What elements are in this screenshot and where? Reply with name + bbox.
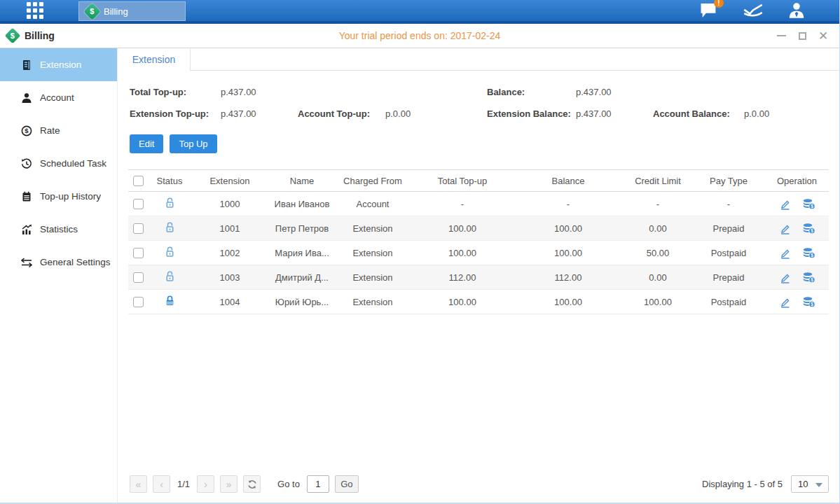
history-clock-icon (21, 158, 32, 169)
sidebar-item-label: Extension (40, 59, 81, 70)
svg-text:$: $ (811, 253, 813, 258)
cell-total-topup: 100.00 (410, 223, 515, 234)
topup-coins-icon[interactable]: $ (802, 247, 815, 259)
cell-extension: 1003 (191, 272, 268, 283)
row-checkbox[interactable] (133, 223, 144, 234)
topup-coins-icon[interactable]: $ (802, 272, 815, 284)
sidebar-item-topup-history[interactable]: Top-up History (0, 180, 117, 213)
total-topup-value: p.437.00 (221, 87, 487, 97)
lock-closed-icon (164, 295, 176, 307)
cell-total-topup: 100.00 (410, 248, 515, 258)
chat-icon[interactable]: ! (699, 2, 719, 19)
topup-coins-icon[interactable]: $ (802, 198, 815, 210)
cell-pay-type: Prepaid (694, 223, 763, 234)
cell-name: Дмитрий Д... (268, 272, 336, 283)
table-header: Status Extension Name Charged From Total… (128, 169, 829, 192)
user-icon[interactable] (787, 2, 806, 19)
balance-label: Balance: (487, 87, 576, 97)
close-button[interactable]: ✕ (818, 31, 828, 41)
col-name: Name (268, 176, 336, 186)
cell-charged-from: Extension (336, 297, 410, 307)
edit-pencil-icon[interactable] (779, 272, 791, 284)
cell-name: Петр Петров (268, 223, 336, 234)
taskbar-tab-label: Billing (104, 6, 128, 17)
lock-open-icon (164, 221, 176, 233)
table-row[interactable]: 1000 Иван Иванов Account - - - - $ (128, 192, 829, 216)
cell-balance: - (515, 199, 621, 209)
prev-page-button[interactable]: ‹ (153, 475, 170, 493)
dollar-circle-icon: $ (21, 125, 32, 136)
tab-extension[interactable]: Extension (118, 48, 191, 71)
edit-pencil-icon[interactable] (779, 247, 791, 259)
edit-button[interactable]: Edit (130, 134, 163, 153)
svg-text:$: $ (25, 127, 29, 134)
col-charged-from: Charged From (336, 176, 410, 186)
cell-credit-limit: 100.00 (621, 297, 694, 307)
refresh-button[interactable] (243, 475, 261, 493)
row-checkbox[interactable] (133, 248, 144, 258)
topup-coins-icon[interactable]: $ (802, 296, 815, 308)
sidebar-item-statistics[interactable]: Statistics (0, 213, 117, 246)
sidebar-item-account[interactable]: Account (0, 81, 117, 114)
edit-pencil-icon[interactable] (779, 198, 791, 210)
table-row[interactable]: 1001 Петр Петров Extension 100.00 100.00… (128, 216, 829, 241)
tabstrip: Extension (118, 48, 839, 71)
extension-balance-label: Extension Balance: (487, 108, 576, 119)
chevron-down-icon (815, 483, 822, 487)
taskbar-tab-billing[interactable]: $ Billing (78, 1, 186, 21)
cell-pay-type: - (694, 199, 763, 209)
topup-button[interactable]: Top Up (170, 134, 216, 153)
col-balance: Balance (515, 176, 621, 186)
cell-pay-type: Postpaid (694, 297, 763, 307)
sidebar-item-general-settings[interactable]: General Settings (0, 246, 117, 279)
cell-credit-limit: 50.00 (621, 248, 694, 258)
pagination-bar: « ‹ 1/1 › » Go to Go Displaying 1 - 5 of… (118, 475, 839, 503)
account-topup-value: p.0.00 (385, 108, 487, 119)
edit-pencil-icon[interactable] (779, 296, 791, 308)
page-indicator: 1/1 (177, 479, 190, 489)
svg-text:$: $ (811, 277, 813, 283)
svg-text:$: $ (811, 228, 813, 234)
sidebar-item-label: General Settings (40, 257, 111, 267)
apps-grid-icon[interactable] (27, 2, 43, 19)
row-checkbox[interactable] (133, 272, 144, 283)
lock-open-icon (164, 246, 176, 258)
row-checkbox[interactable] (133, 199, 144, 209)
total-topup-label: Total Top-up: (130, 87, 221, 97)
stats-chart-icon (21, 224, 32, 235)
edit-pencil-icon[interactable] (779, 223, 791, 234)
table-row[interactable]: 1004 Юрий Юрь... Extension 100.00 100.00… (128, 290, 829, 314)
system-topbar: $ Billing ! (0, 0, 839, 24)
cell-total-topup: - (410, 199, 515, 209)
table-row[interactable]: 1003 Дмитрий Д... Extension 112.00 112.0… (128, 265, 829, 290)
row-checkbox[interactable] (133, 297, 144, 307)
sidebar-item-scheduled-task[interactable]: Scheduled Task (0, 147, 117, 180)
topup-coins-icon[interactable]: $ (802, 223, 815, 234)
goto-page-input[interactable] (307, 475, 329, 493)
col-extension: Extension (191, 176, 268, 186)
cell-extension: 1001 (191, 223, 268, 234)
sidebar-item-extension[interactable]: Extension (0, 48, 117, 81)
cell-charged-from: Extension (336, 272, 410, 283)
table-row[interactable]: 1002 Мария Ива... Extension 100.00 100.0… (128, 241, 829, 265)
svg-text:$: $ (811, 302, 813, 307)
minimize-button[interactable] (776, 31, 786, 41)
next-page-button[interactable]: › (197, 475, 214, 493)
lock-open-icon (164, 197, 176, 209)
cell-balance: 112.00 (515, 272, 621, 283)
displaying-text: Displaying 1 - 5 of 5 (702, 479, 783, 489)
first-page-button[interactable]: « (130, 475, 147, 493)
refresh-icon (247, 479, 257, 489)
extension-table: Status Extension Name Charged From Total… (128, 169, 829, 314)
last-page-button[interactable]: » (220, 475, 237, 493)
chart-icon[interactable] (743, 2, 764, 19)
page-size-select[interactable]: 10 (791, 475, 829, 493)
account-topup-label: Account Top-up: (298, 108, 385, 119)
sidebar-item-rate[interactable]: $ Rate (0, 114, 117, 147)
maximize-button[interactable] (797, 31, 807, 41)
go-button[interactable]: Go (335, 475, 359, 493)
cell-charged-from: Extension (336, 223, 410, 234)
select-all-checkbox[interactable] (133, 176, 144, 186)
window-titlebar: $ Billing Your trial period ends on: 201… (0, 24, 839, 48)
topbar-right: ! (699, 2, 806, 19)
